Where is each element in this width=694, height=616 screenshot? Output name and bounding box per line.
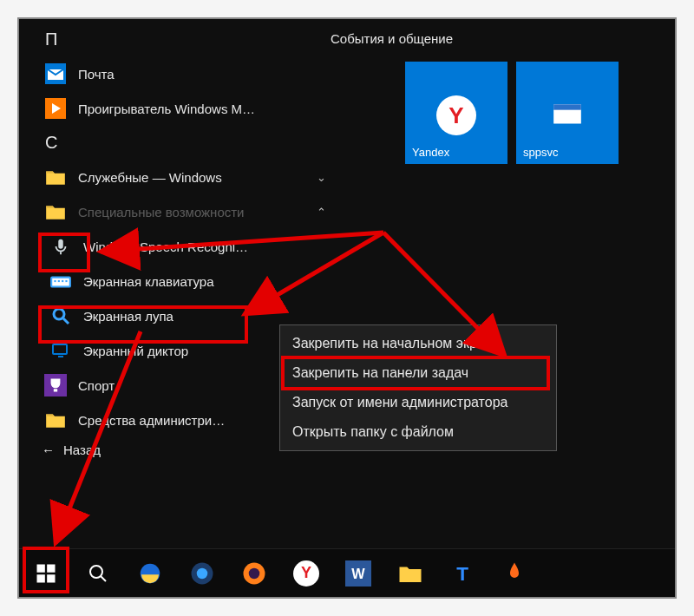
ctx-open-folder[interactable]: Открыть папку с файлом xyxy=(280,417,556,447)
taskbar-yandex[interactable]: Y xyxy=(285,554,328,593)
app-label: Проигрыватель Windows M… xyxy=(78,102,326,116)
play-icon xyxy=(43,96,68,121)
app-label: Экранная клавиатура xyxy=(83,274,326,289)
app-label: Почта xyxy=(78,67,326,82)
folder-icon xyxy=(43,165,68,189)
start-menu: П Почта Проигрыватель Windows M… С Служе… xyxy=(19,19,675,548)
trophy-icon xyxy=(43,373,68,397)
svg-rect-11 xyxy=(54,345,66,353)
back-label: Назад xyxy=(63,442,101,457)
app-item-mail[interactable]: Почта xyxy=(40,56,326,91)
ctx-run-admin[interactable]: Запуск от имени администратора xyxy=(280,388,556,417)
tiles-header[interactable]: События и общение xyxy=(327,23,666,62)
svg-rect-7 xyxy=(62,280,63,282)
svg-point-19 xyxy=(197,567,208,579)
svg-text:T: T xyxy=(456,562,468,584)
svg-rect-2 xyxy=(58,239,63,249)
taskbar-app-2[interactable] xyxy=(493,554,536,593)
app-label: Специальные возможности xyxy=(78,205,303,220)
app-item-ease-of-access[interactable]: Специальные возможности ⌃ xyxy=(40,194,326,229)
letter-s[interactable]: С xyxy=(40,126,326,160)
context-menu: Закрепить на начальном экране Закрепить … xyxy=(279,324,557,451)
tile-label: sppsvc xyxy=(523,146,558,159)
window-icon xyxy=(547,95,588,136)
search-button[interactable] xyxy=(76,554,120,593)
app-item-speech[interactable]: Windows Speech Recogni… xyxy=(40,229,326,264)
svg-point-21 xyxy=(249,567,260,579)
svg-rect-15 xyxy=(553,104,581,109)
svg-point-9 xyxy=(54,309,64,319)
taskbar-ie[interactable] xyxy=(128,554,172,593)
app-item-utilities[interactable]: Служебные — Windows ⌄ xyxy=(40,160,326,194)
mail-icon xyxy=(43,62,68,86)
svg-rect-8 xyxy=(65,280,67,282)
letter-p[interactable]: П xyxy=(40,23,326,56)
monitor-icon xyxy=(49,338,73,363)
folder-icon xyxy=(43,200,68,224)
app-item-osk[interactable]: Экранная клавиатура xyxy=(40,264,326,298)
tiles-area: События и общение Y Yandex sppsvc xyxy=(327,23,666,164)
tile-yandex[interactable]: Y Yandex xyxy=(405,62,507,164)
svg-point-16 xyxy=(90,566,102,578)
app-label: Средства администри… xyxy=(78,413,303,428)
taskbar-word[interactable]: W xyxy=(337,554,380,593)
taskbar-browser-1[interactable] xyxy=(180,554,224,593)
app-label: Служебные — Windows xyxy=(78,170,303,185)
ctx-pin-taskbar[interactable]: Закрепить на панели задач xyxy=(280,358,556,388)
app-item-wmp[interactable]: Проигрыватель Windows M… xyxy=(40,91,326,126)
svg-rect-6 xyxy=(58,280,60,282)
app-label: Windows Speech Recogni… xyxy=(83,239,326,254)
start-button[interactable] xyxy=(24,554,68,593)
taskbar-explorer[interactable] xyxy=(389,554,432,593)
keyboard-icon xyxy=(49,269,73,293)
magnifier-icon xyxy=(49,304,73,328)
taskbar-firefox[interactable] xyxy=(232,554,276,593)
svg-rect-5 xyxy=(54,280,56,282)
arrow-left-icon: ← xyxy=(42,442,55,457)
ctx-pin-start[interactable]: Закрепить на начальном экране xyxy=(280,329,556,358)
tile-label: Yandex xyxy=(412,146,449,159)
chevron-up-icon: ⌃ xyxy=(317,206,326,219)
svg-text:W: W xyxy=(351,566,365,581)
taskbar-app-1[interactable]: T xyxy=(441,554,484,593)
taskbar: Y W T xyxy=(19,548,675,597)
svg-rect-12 xyxy=(58,356,63,357)
yandex-icon: Y xyxy=(435,95,477,136)
folder-icon xyxy=(43,408,68,432)
microphone-icon xyxy=(49,234,73,259)
tile-sppsvc[interactable]: sppsvc xyxy=(516,62,619,164)
app-label: Экранная лупа xyxy=(83,309,326,324)
chevron-down-icon: ⌄ xyxy=(317,171,326,184)
